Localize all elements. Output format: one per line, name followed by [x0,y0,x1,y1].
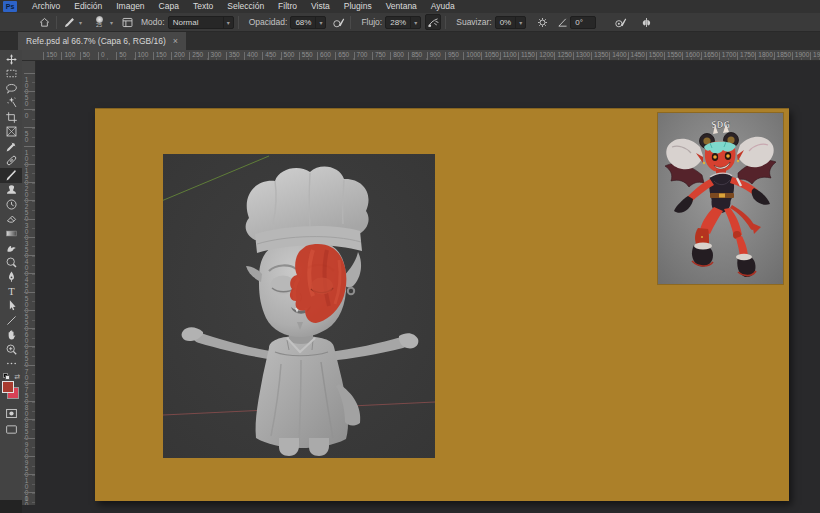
history-brush-tool[interactable] [0,197,22,212]
path-selection-tool[interactable] [0,299,22,314]
opacity-value: 68% [291,18,315,27]
edit-toolbar[interactable] [0,357,22,372]
menu-capa[interactable]: Capa [152,0,186,13]
h-ruler-label: 1650 [701,51,718,58]
h-ruler-label: 850 [408,51,422,58]
document-canvas[interactable]: SDG [95,108,789,501]
healing-brush-tool-icon [5,154,18,167]
magic-wand-tool-icon [5,96,18,109]
chevron-down-icon[interactable]: ▾ [79,19,82,26]
quick-mask-button[interactable] [0,406,22,421]
photoshop-logo-icon[interactable]: Ps [3,1,17,12]
magic-wand-tool[interactable] [0,96,22,111]
eraser-tool[interactable] [0,212,22,227]
smudge-tool[interactable] [0,241,22,256]
h-ruler-label: 500 [281,51,295,58]
move-tool-icon [5,53,18,66]
flow-field[interactable]: 28% ▾ [385,16,421,29]
menu-edicion[interactable]: Edición [67,0,109,13]
brush-settings-panel-icon[interactable] [119,14,135,30]
h-ruler-label: 1550 [664,51,681,58]
home-icon[interactable] [36,14,52,30]
foreground-color-swatch[interactable] [2,381,14,393]
pen-tool[interactable] [0,270,22,285]
lasso-tool-icon [5,82,18,95]
brush-preset-icon[interactable] [61,14,77,30]
h-ruler-label: 1250 [554,51,571,58]
h-ruler-label: 150 [43,51,57,58]
airbrush-icon[interactable] [425,14,441,30]
menu-vista[interactable]: Vista [304,0,337,13]
v-ruler-label: 1050 [23,492,30,505]
menu-ayuda[interactable]: Ayuda [424,0,462,13]
h-ruler-label: 100 [135,51,149,58]
move-tool[interactable] [0,52,22,67]
svg-text:T: T [8,286,15,297]
document-tab-title: Refe.psd al 66.7% (Capa 6, RGB/16) [26,36,166,46]
type-tool[interactable]: T [0,284,22,299]
default-colors-icon[interactable] [3,373,10,380]
h-ruler-label: 550 [299,51,313,58]
h-ruler-label: 1200 [536,51,553,58]
gradient-tool[interactable] [0,226,22,241]
brush-angle-field[interactable]: 0° [570,16,596,29]
brush-preview-button[interactable]: 25 [90,16,108,28]
close-icon[interactable]: × [173,37,178,46]
flow-value: 28% [386,18,410,27]
lasso-tool[interactable] [0,81,22,96]
swap-colors-icon[interactable]: ⇄ [14,373,20,380]
v-ruler-label: 50 [23,127,30,142]
chef-model-image [163,154,435,458]
menu-archivo[interactable]: Archivo [25,0,67,13]
h-ruler-label: 1700 [719,51,736,58]
h-ruler-label: 1500 [646,51,663,58]
mode-label: Modo: [141,17,165,27]
opacity-field[interactable]: 68% ▾ [290,16,326,29]
h-ruler-label: 150 [153,51,167,58]
line-tool[interactable] [0,313,22,328]
dodge-tool[interactable] [0,255,22,270]
menu-bar: Ps ArchivoEdiciónImagenCapaTextoSelecció… [0,0,820,13]
menu-filtro[interactable]: Filtro [271,0,304,13]
menu-texto[interactable]: Texto [186,0,220,13]
smoothing-field[interactable]: 0% ▾ [495,16,527,29]
horizontal-ruler[interactable]: 1501005005010015020025030035040045050055… [22,50,820,61]
document-tab[interactable]: Refe.psd al 66.7% (Capa 6, RGB/16) × [18,32,186,50]
h-ruler-label: 0 [98,51,105,58]
zoom-tool[interactable] [0,342,22,357]
healing-brush-tool[interactable] [0,154,22,169]
frame-tool[interactable] [0,125,22,140]
h-ruler-label: 900 [427,51,441,58]
h-ruler-label: 1050 [481,51,498,58]
h-ruler-label: 800 [390,51,404,58]
chevron-down-icon[interactable]: ▾ [110,19,113,26]
pressure-opacity-icon[interactable] [330,14,346,30]
brush-tool[interactable] [0,168,22,183]
tool-options-bar: ▾ 25 ▾ Modo: Normal ▾ Opacidad: 68% ▾ Fl… [0,13,820,32]
menu-plugins[interactable]: Plugins [337,0,379,13]
menu-imagen[interactable]: Imagen [109,0,151,13]
smoothing-label: Suavizar: [456,17,491,27]
eyedropper-tool[interactable] [0,139,22,154]
line-tool-icon [5,314,18,327]
h-ruler-label: 450 [262,51,276,58]
gear-icon[interactable] [534,14,550,30]
clone-stamp-tool[interactable] [0,183,22,198]
rectangular-marquee-tool[interactable] [0,67,22,82]
crop-tool-icon [5,111,18,124]
screen-mode-button[interactable] [0,422,22,437]
menu-ventana[interactable]: Ventana [379,0,424,13]
h-ruler-label: 350 [226,51,240,58]
paint-symmetry-icon[interactable] [638,14,654,30]
type-tool-icon: T [5,285,18,298]
blend-mode-select[interactable]: Normal ▾ [168,16,234,29]
menu-seleccion[interactable]: Selección [220,0,271,13]
path-selection-tool-icon [5,299,18,312]
h-ruler-label: 1400 [609,51,626,58]
pressure-size-icon[interactable] [612,14,628,30]
smudge-tool-icon [5,241,18,254]
opacity-label: Opacidad: [249,17,288,27]
crop-tool[interactable] [0,110,22,125]
hand-tool[interactable] [0,328,22,343]
vertical-ruler[interactable]: 1005005010015020025030035040045050055060… [22,61,36,505]
